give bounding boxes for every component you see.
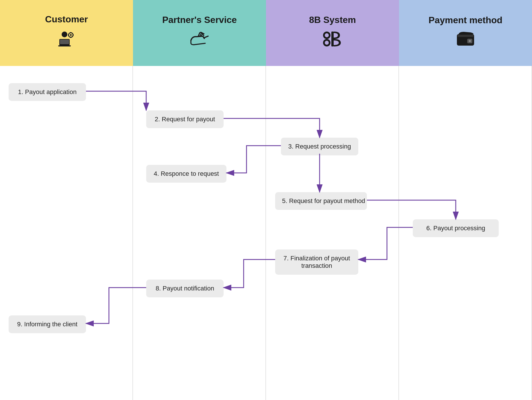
svg-rect-1: [60, 40, 69, 44]
svg-rect-7: [70, 37, 71, 38]
step-3: 3. Request processing: [281, 138, 358, 155]
customer-icon: [56, 30, 77, 52]
lanes-area: 1. Payout application 2. Request for pay…: [0, 66, 532, 400]
partner-title: Partner's Service: [162, 15, 237, 25]
step-5: 5. Request for payout method: [275, 192, 367, 210]
partner-icon: [189, 30, 210, 51]
system-icon: [322, 30, 343, 51]
header-row: Customer: [0, 0, 532, 66]
step-6: 6. Payout processing: [413, 219, 499, 237]
svg-rect-6: [70, 32, 71, 33]
step-8: 8. Payout notification: [146, 280, 224, 297]
step-2: 2. Request for payout: [146, 110, 224, 128]
header-system: 8B System: [266, 0, 399, 66]
svg-rect-2: [58, 45, 71, 46]
svg-point-19: [469, 40, 471, 42]
lane-customer: [0, 66, 133, 400]
header-payment: Payment method: [399, 0, 532, 66]
svg-rect-9: [73, 34, 74, 36]
header-partner: Partner's Service: [133, 0, 266, 66]
header-customer: Customer: [0, 0, 133, 66]
step-7: 7. Finalization of payout transaction: [275, 249, 358, 275]
svg-rect-14: [331, 32, 334, 46]
svg-point-12: [325, 33, 329, 37]
payment-title: Payment method: [429, 15, 502, 26]
system-title: 8B System: [309, 15, 356, 25]
svg-rect-17: [457, 35, 474, 37]
svg-rect-8: [68, 34, 69, 36]
svg-point-5: [70, 34, 72, 36]
diagram-container: Customer: [0, 0, 532, 400]
payment-icon: [456, 31, 475, 51]
customer-title: Customer: [45, 14, 88, 25]
svg-point-3: [62, 32, 67, 37]
lane-system: [266, 66, 399, 400]
svg-point-13: [325, 41, 329, 45]
step-4: 4. Responce to request: [146, 165, 226, 183]
step-1: 1. Payout application: [9, 83, 86, 101]
step-9: 9. Informing the client: [9, 315, 86, 333]
